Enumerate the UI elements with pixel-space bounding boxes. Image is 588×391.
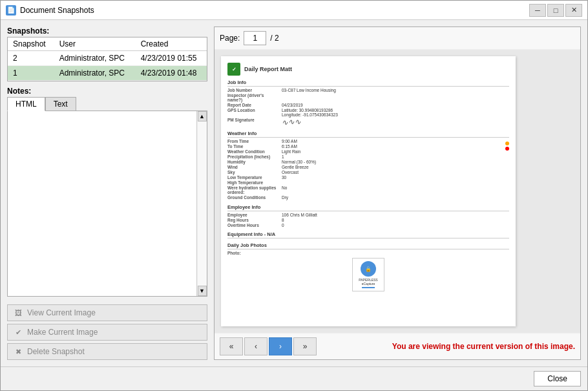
doc-row: High Temperature: [227, 180, 503, 185]
tab-text[interactable]: Text: [45, 97, 76, 111]
snapshots-label: Snapshots:: [7, 26, 207, 36]
photos-section: Daily Job Photos Photo: 🔒 PAPERLESSeCapt…: [227, 242, 509, 291]
main-content: Snapshots: Snapshot User Created: [1, 20, 587, 366]
doc-val: 03-C87 Low Income Housing: [282, 88, 336, 92]
doc-row: Employee 106 Chris M Gilliatt: [227, 213, 509, 217]
doc-val: Light Rain: [282, 149, 300, 154]
doc-key: To Time: [227, 144, 279, 149]
doc-row: Reg Hours 8: [227, 218, 509, 222]
col-snapshot: Snapshot: [8, 37, 54, 51]
doc-nav-bar: « ‹ › » You are viewing the current vers…: [215, 333, 580, 359]
document-page: ✓ Daily Report Matt Job Info Job Number …: [221, 56, 516, 326]
doc-key: Job Number: [227, 88, 279, 92]
doc-key: Humidity: [227, 160, 279, 164]
status-message: You are viewing the current version of t…: [392, 342, 575, 351]
doc-row: Overtime Hours 0: [227, 223, 509, 227]
doc-key: Sky: [227, 170, 279, 174]
snapshot-id: 2: [8, 51, 54, 66]
last-page-button[interactable]: »: [293, 337, 317, 355]
snapshots-section: Snapshots: Snapshot User Created: [7, 26, 207, 81]
paperless-text: PAPERLESSeCapture: [355, 278, 381, 286]
paperless-icon: 🔒: [361, 261, 376, 277]
doc-key: Low Temperature: [227, 175, 279, 180]
first-page-button[interactable]: «: [220, 337, 243, 355]
doc-key: Report Date: [227, 103, 279, 107]
doc-val: 30: [282, 175, 286, 180]
weather-indicators: [505, 142, 509, 151]
doc-logo-icon: ✓: [227, 63, 240, 76]
doc-key: Were hydration supplies ordered:: [227, 185, 279, 195]
equipment-title: Equipment Info - N/A: [227, 231, 509, 238]
prev-page-button[interactable]: ‹: [244, 337, 268, 355]
view-image-icon: 🖼: [13, 308, 23, 318]
doc-key: PM Signature: [227, 118, 279, 127]
scroll-up-button[interactable]: ▲: [198, 111, 207, 122]
make-current-image-button[interactable]: ✔ Make Current Image: [7, 324, 207, 341]
doc-row: Low Temperature 30: [227, 175, 503, 180]
doc-val: Dry: [282, 195, 288, 200]
page-label: Page:: [220, 34, 240, 43]
minimize-button[interactable]: ─: [529, 4, 546, 17]
scroll-down-button[interactable]: ▼: [198, 286, 207, 296]
page-nav-bar: Page: / 2: [215, 27, 580, 50]
tab-html[interactable]: HTML: [7, 97, 45, 111]
delete-icon: ✖: [13, 346, 23, 357]
notes-section: Notes: HTML Text ▲ ▼: [7, 87, 207, 297]
close-button[interactable]: Close: [534, 371, 581, 386]
doc-key: Photo:: [227, 251, 279, 255]
view-current-image-button[interactable]: 🖼 View Current Image: [7, 304, 207, 321]
doc-row: PM Signature ∿∿∿: [227, 118, 509, 127]
doc-val: Overcast: [282, 170, 299, 174]
doc-row: Photo:: [227, 251, 509, 255]
delete-snapshot-label: Delete Snapshot: [27, 347, 85, 356]
make-current-label: Make Current Image: [27, 328, 98, 337]
doc-row: GPS Location Latitude: 30.994808193286Lo…: [227, 108, 509, 117]
doc-key: Wind: [227, 165, 279, 169]
page-number-input[interactable]: [244, 31, 266, 45]
doc-signature: ∿∿∿: [281, 117, 301, 128]
doc-row: Were hydration supplies ordered: No: [227, 185, 503, 195]
paperless-logo: 🔒 PAPERLESSeCapture: [352, 258, 384, 291]
snapshot-table-container: Snapshot User Created 2 Administrator, S…: [7, 37, 207, 81]
snapshot-user: Administrator, SPC: [54, 51, 136, 66]
scroll-track: [198, 122, 207, 286]
footer: Close: [1, 366, 587, 390]
weather-title: Weather Info: [227, 131, 509, 138]
doc-key: Weather Condition: [227, 149, 279, 154]
notes-scrollbar: ▲ ▼: [196, 111, 207, 296]
photos-title: Daily Job Photos: [227, 242, 509, 249]
doc-title: Daily Report Matt: [244, 66, 292, 72]
doc-row: Sky Overcast: [227, 170, 503, 174]
make-current-icon: ✔: [13, 327, 23, 337]
window-close-button[interactable]: ✕: [565, 4, 582, 17]
maximize-button[interactable]: □: [547, 4, 564, 17]
window-icon: 📄: [6, 5, 16, 16]
doc-row: Inspector (driver's name?): [227, 93, 509, 102]
doc-val: Normal (30 - 60%): [282, 160, 316, 164]
snapshot-table: Snapshot User Created 2 Administrator, S…: [8, 37, 207, 81]
table-header-row: Snapshot User Created: [8, 37, 207, 51]
doc-key: Ground Conditions: [227, 195, 279, 200]
document-preview: ✓ Daily Report Matt Job Info Job Number …: [215, 50, 580, 333]
doc-key: Overtime Hours: [227, 223, 279, 227]
next-page-button[interactable]: ›: [269, 337, 292, 355]
doc-val: 6:15 AM: [282, 144, 297, 149]
notes-content: ▲ ▼: [7, 111, 207, 297]
indicator-yellow: [505, 142, 509, 145]
snapshot-created: 4/23/2019 01:55: [136, 51, 207, 66]
document-snapshots-window: 📄 Document Snapshots ─ □ ✕ Snapshots: Sn…: [0, 0, 588, 391]
job-info-title: Job Info: [227, 79, 509, 87]
doc-row: Weather Condition Light Rain: [227, 149, 503, 154]
doc-sidebar: [522, 56, 574, 326]
doc-row: To Time 6:15 AM: [227, 144, 503, 149]
doc-key: Inspector (driver's name?): [227, 93, 279, 102]
snapshot-id: 1: [8, 66, 54, 81]
col-user: User: [54, 37, 136, 51]
indicator-red: [505, 147, 509, 151]
table-row[interactable]: 2 Administrator, SPC 4/23/2019 01:55: [8, 51, 207, 66]
snapshot-created: 4/23/2019 01:48: [136, 66, 207, 81]
delete-snapshot-button[interactable]: ✖ Delete Snapshot: [7, 343, 207, 360]
table-row[interactable]: 1 Administrator, SPC 4/23/2019 01:48: [8, 66, 207, 81]
left-panel: Snapshots: Snapshot User Created: [7, 26, 207, 360]
doc-row: Ground Conditions Dry: [227, 195, 503, 200]
